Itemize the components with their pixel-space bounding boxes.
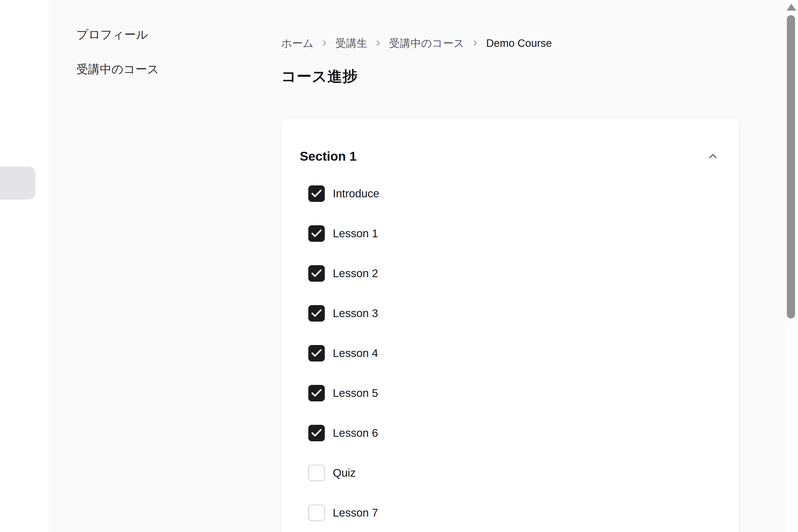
left-edge-strip (0, 0, 49, 532)
check-icon (310, 187, 323, 200)
lesson-label: Lesson 2 (333, 267, 378, 280)
lesson-checkbox[interactable] (308, 225, 325, 242)
check-icon (310, 427, 323, 439)
breadcrumb-link-home[interactable]: ホーム (281, 36, 314, 51)
lesson-row[interactable]: Lesson 5 (308, 373, 720, 413)
lesson-row[interactable]: Lesson 1 (308, 214, 720, 253)
lesson-checkbox[interactable] (308, 425, 325, 441)
lesson-label: Lesson 6 (333, 427, 378, 439)
sidebar-item-profile[interactable]: プロフィール (76, 28, 159, 41)
collapse-section-button[interactable] (705, 149, 720, 164)
check-icon (310, 347, 323, 360)
lesson-label: Lesson 5 (333, 387, 378, 400)
lesson-checkbox[interactable] (308, 185, 325, 202)
lesson-checkbox[interactable] (308, 305, 325, 322)
lesson-row[interactable]: Quiz (308, 453, 720, 493)
chevron-right-icon (320, 39, 329, 48)
sidebar: プロフィール 受講中のコース (76, 28, 159, 76)
chevron-right-icon (374, 39, 383, 48)
sidebar-item-enrolled-courses[interactable]: 受講中のコース (76, 62, 159, 76)
chevron-up-icon (707, 150, 719, 162)
sidebar-drawer-handle[interactable] (0, 167, 35, 200)
lesson-label: Quiz (333, 467, 356, 479)
breadcrumb-link-enrolled-courses[interactable]: 受講中のコース (389, 36, 464, 51)
check-icon (310, 307, 323, 320)
check-icon (310, 227, 323, 240)
scrollbar-track[interactable] (785, 0, 798, 532)
lesson-label: Lesson 7 (333, 507, 378, 519)
lesson-label: Introduce (333, 187, 379, 200)
scrollbar-thumb[interactable] (787, 15, 795, 318)
section-header: Section 1 (300, 149, 720, 164)
lesson-checkbox[interactable] (308, 265, 325, 282)
lesson-row[interactable]: Lesson 2 (308, 253, 720, 293)
lesson-label: Lesson 3 (333, 307, 378, 320)
lesson-checkbox[interactable] (308, 345, 325, 361)
check-icon (310, 267, 323, 280)
lesson-checkbox[interactable] (308, 505, 325, 521)
lesson-row[interactable]: Lesson 7 (308, 493, 720, 532)
chevron-right-icon (471, 39, 480, 48)
lesson-row[interactable]: Lesson 4 (308, 333, 720, 373)
main-content: ホーム 受講生 受講中のコース Demo Course コース進捗 Sectio… (281, 36, 739, 532)
lesson-checkbox[interactable] (308, 385, 325, 401)
lesson-label: Lesson 1 (333, 227, 378, 240)
breadcrumb-link-students[interactable]: 受講生 (336, 36, 367, 51)
check-icon (310, 387, 323, 400)
lesson-row[interactable]: Lesson 6 (308, 413, 720, 453)
lesson-row[interactable]: Introduce (308, 174, 720, 214)
section-title: Section 1 (300, 149, 357, 164)
scroll-up-arrow-icon[interactable] (786, 4, 796, 11)
lesson-row[interactable]: Lesson 3 (308, 293, 720, 333)
breadcrumb-current-course: Demo Course (486, 37, 552, 49)
breadcrumb: ホーム 受講生 受講中のコース Demo Course (281, 36, 739, 50)
page-title: コース進捗 (281, 66, 739, 87)
lesson-label: Lesson 4 (333, 347, 378, 360)
lesson-list: Introduce Lesson 1 Lesson 2 Lesson 3 Les… (300, 174, 720, 532)
course-progress-card: Section 1 Introduce Lesson 1 Lesson 2 (281, 118, 739, 532)
lesson-checkbox[interactable] (308, 465, 325, 481)
